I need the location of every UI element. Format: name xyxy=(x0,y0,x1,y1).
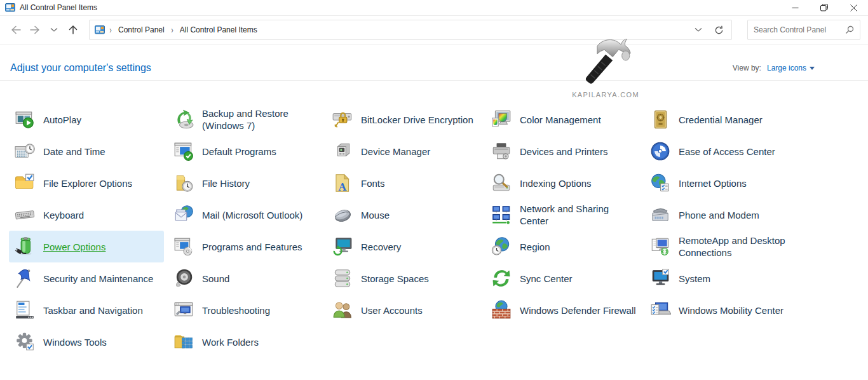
phone-modem-icon xyxy=(649,203,672,226)
color-management-icon xyxy=(490,108,513,131)
taskbar-navigation-icon xyxy=(13,299,36,322)
search-box[interactable] xyxy=(747,20,860,40)
item-color-management[interactable]: Color Management xyxy=(485,104,641,135)
item-storage-spaces[interactable]: Storage Spaces xyxy=(327,262,482,294)
address-breadcrumb-bar[interactable]: › Control Panel › All Control Panel Item… xyxy=(89,20,732,40)
item-label: Keyboard xyxy=(43,209,84,221)
item-label: System xyxy=(679,273,710,285)
item-label: Windows Mobility Center xyxy=(679,304,783,316)
address-dropdown-chevron-icon[interactable] xyxy=(689,27,707,32)
item-user-accounts[interactable]: User Accounts xyxy=(327,294,482,326)
item-power-options[interactable]: Power Options xyxy=(9,231,164,262)
item-label: Security and Maintenance xyxy=(43,273,153,285)
item-label: Region xyxy=(520,241,550,253)
view-by-dropdown[interactable]: View by: Large icons xyxy=(733,64,815,72)
item-windows-tools[interactable]: Windows Tools xyxy=(9,326,164,358)
item-label: Recovery xyxy=(361,241,401,253)
item-mouse[interactable]: Mouse xyxy=(327,199,482,231)
power-options-icon xyxy=(13,235,36,258)
item-credential-manager[interactable]: Credential Manager xyxy=(644,104,799,135)
item-taskbar-and-navigation[interactable]: Taskbar and Navigation xyxy=(9,294,164,326)
recent-locations-button[interactable] xyxy=(44,20,64,39)
back-button[interactable] xyxy=(6,20,25,39)
minimize-button[interactable] xyxy=(780,0,810,15)
caret-down-icon xyxy=(810,67,815,70)
fonts-icon: A xyxy=(331,172,354,194)
item-network-and-sharing-center[interactable]: Network and Sharing Center xyxy=(485,199,641,231)
item-work-folders[interactable]: Work Folders xyxy=(168,326,323,358)
item-internet-options[interactable]: Internet Options xyxy=(644,167,799,199)
item-file-explorer-options[interactable]: File Explorer Options xyxy=(9,167,164,199)
item-sound[interactable]: Sound xyxy=(168,262,323,294)
item-phone-and-modem[interactable]: Phone and Modem xyxy=(644,199,799,231)
item-security-and-maintenance[interactable]: Security and Maintenance xyxy=(9,262,164,294)
programs-features-icon xyxy=(172,235,195,258)
file-explorer-options-icon xyxy=(13,172,36,194)
forward-button[interactable] xyxy=(25,20,44,39)
item-label: AutoPlay xyxy=(43,114,81,126)
minimize-icon xyxy=(792,4,799,11)
item-recovery[interactable]: Recovery xyxy=(327,231,482,262)
watermark-text: KAPILARYA.COM xyxy=(567,91,644,98)
item-label: Backup and Restore (Windows 7) xyxy=(202,107,318,132)
indexing-options-icon xyxy=(490,172,513,194)
restore-icon xyxy=(820,4,828,11)
recovery-icon xyxy=(331,235,354,258)
item-label: Color Management xyxy=(520,114,601,126)
system-icon xyxy=(649,267,672,290)
item-troubleshooting[interactable]: Troubleshooting xyxy=(168,294,323,326)
item-label: Sound xyxy=(202,273,229,285)
item-label: Devices and Printers xyxy=(520,146,607,158)
item-file-history[interactable]: File History xyxy=(168,167,323,199)
keyboard-icon xyxy=(13,203,36,226)
item-label: Default Programs xyxy=(202,146,276,158)
page-title: Adjust your computer's settings xyxy=(10,62,151,74)
item-bitlocker-drive-encryption[interactable]: BitLocker Drive Encryption xyxy=(327,104,482,135)
item-autoplay[interactable]: AutoPlay xyxy=(9,104,164,135)
item-programs-and-features[interactable]: Programs and Features xyxy=(168,231,323,262)
item-label: Internet Options xyxy=(679,177,747,189)
item-devices-and-printers[interactable]: Devices and Printers xyxy=(485,135,641,167)
item-fonts[interactable]: AFonts xyxy=(327,167,482,199)
item-label: Credential Manager xyxy=(679,114,763,126)
item-sync-center[interactable]: Sync Center xyxy=(485,262,641,294)
up-arrow-icon xyxy=(68,25,78,35)
default-programs-icon xyxy=(172,140,195,163)
remoteapp-icon xyxy=(649,235,672,258)
device-manager-icon xyxy=(331,140,354,163)
item-label: Troubleshooting xyxy=(202,304,270,316)
item-device-manager[interactable]: Device Manager xyxy=(327,135,482,167)
item-mail-microsoft-outlook[interactable]: Mail (Microsoft Outlook) xyxy=(168,199,323,231)
item-keyboard[interactable]: Keyboard xyxy=(9,199,164,231)
item-default-programs[interactable]: Default Programs xyxy=(168,135,323,167)
breadcrumb-control-panel[interactable]: Control Panel xyxy=(116,24,166,36)
item-backup-and-restore-windows-7[interactable]: Backup and Restore (Windows 7) xyxy=(168,104,323,135)
up-button[interactable] xyxy=(64,20,83,39)
restore-button[interactable] xyxy=(810,0,839,15)
item-windows-mobility-center[interactable]: Windows Mobility Center xyxy=(644,294,799,326)
item-windows-defender-firewall[interactable]: Windows Defender Firewall xyxy=(485,294,641,326)
item-date-and-time[interactable]: Date and Time xyxy=(9,135,164,167)
control-panel-window-icon xyxy=(5,3,15,13)
refresh-icon[interactable] xyxy=(712,25,726,35)
region-icon xyxy=(490,235,513,258)
item-remoteapp-and-desktop-connections[interactable]: RemoteApp and Desktop Connections xyxy=(644,231,799,262)
close-icon xyxy=(850,4,857,11)
search-icon[interactable] xyxy=(845,25,854,34)
item-label: Storage Spaces xyxy=(361,273,429,285)
ease-of-access-icon xyxy=(649,140,672,163)
item-label: Network and Sharing Center xyxy=(520,203,636,227)
close-button[interactable] xyxy=(839,0,868,15)
breadcrumb-all-control-panel-items[interactable]: All Control Panel Items xyxy=(178,24,259,36)
control-panel-address-icon xyxy=(95,25,105,35)
search-input[interactable] xyxy=(754,25,845,34)
sync-center-icon xyxy=(490,267,513,290)
item-indexing-options[interactable]: Indexing Options xyxy=(485,167,641,199)
window-titlebar: All Control Panel Items xyxy=(0,0,868,16)
navigation-bar: › Control Panel › All Control Panel Item… xyxy=(0,16,868,44)
item-ease-of-access-center[interactable]: Ease of Access Center xyxy=(644,135,799,167)
autoplay-icon xyxy=(13,108,36,131)
view-by-value[interactable]: Large icons xyxy=(767,64,806,72)
item-system[interactable]: System xyxy=(644,262,799,294)
item-region[interactable]: Region xyxy=(485,231,641,262)
